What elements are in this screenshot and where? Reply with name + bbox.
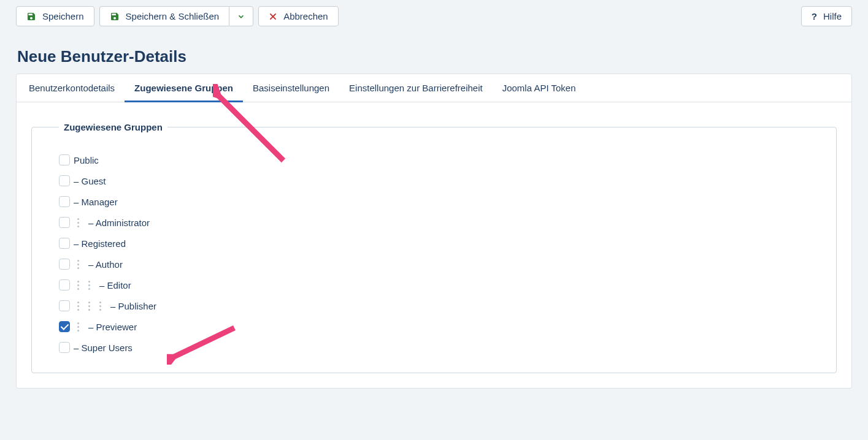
group-list: Public– Guest– Manager– Administrator– R… xyxy=(47,150,821,358)
group-label-wrap: – Author xyxy=(72,259,123,270)
save-dropdown-toggle[interactable] xyxy=(229,6,253,26)
help-label: Hilfe xyxy=(823,11,842,21)
cancel-label: Abbrechen xyxy=(283,11,328,21)
main-toolbar: Speichern Speichern & Schließen Abbreche… xyxy=(0,0,868,47)
group-row: – Editor xyxy=(47,275,821,295)
group-checkbox[interactable] xyxy=(59,175,70,186)
group-label[interactable]: – Administrator xyxy=(88,218,150,228)
tab-bar: BenutzerkontodetailsZugewiesene GruppenB… xyxy=(17,74,851,102)
save-close-button[interactable]: Speichern & Schließen xyxy=(99,6,229,26)
chevron-down-icon xyxy=(237,12,245,21)
group-label-wrap: – Previewer xyxy=(72,322,137,332)
group-checkbox[interactable] xyxy=(59,300,70,311)
group-label[interactable]: – Guest xyxy=(74,176,106,186)
tree-indent-dots-icon xyxy=(99,302,102,311)
group-label[interactable]: – Registered xyxy=(74,238,126,249)
group-row: – Manager xyxy=(47,191,821,212)
group-label-wrap: Public xyxy=(72,155,99,165)
tab-groups[interactable]: Zugewiesene Gruppen xyxy=(125,74,243,102)
tree-indent-dots-icon xyxy=(77,260,80,269)
group-label[interactable]: – Publisher xyxy=(110,301,156,311)
group-label[interactable]: – Previewer xyxy=(88,322,137,332)
tab-content-groups: Zugewiesene Gruppen Public– Guest– Manag… xyxy=(17,102,851,388)
group-row: – Author xyxy=(47,254,821,275)
cancel-button[interactable]: Abbrechen xyxy=(258,6,339,26)
group-row: – Administrator xyxy=(47,212,821,233)
group-row: – Super Users xyxy=(47,337,821,358)
group-checkbox[interactable] xyxy=(59,217,70,228)
group-checkbox[interactable] xyxy=(59,279,70,290)
tree-indent-dots-icon xyxy=(77,302,80,311)
tree-indent-dots-icon xyxy=(77,281,80,290)
group-label[interactable]: – Super Users xyxy=(74,343,133,353)
tree-indent-dots-icon xyxy=(77,322,80,332)
group-label-wrap: – Publisher xyxy=(72,301,156,311)
tab-a11y[interactable]: Einstellungen zur Barrierefreiheit xyxy=(339,74,493,102)
group-row: Public xyxy=(47,150,821,170)
group-label-wrap: – Administrator xyxy=(72,218,150,228)
group-label-wrap: – Manager xyxy=(72,197,118,207)
save-icon xyxy=(110,12,120,21)
fieldset-legend: Zugewiesene Gruppen xyxy=(59,122,167,132)
tree-indent-dots-icon xyxy=(88,281,91,290)
save-close-label: Speichern & Schließen xyxy=(126,11,220,21)
group-label-wrap: – Guest xyxy=(72,176,106,186)
cancel-icon xyxy=(269,12,277,21)
group-row: – Guest xyxy=(47,170,821,191)
groups-fieldset: Zugewiesene Gruppen Public– Guest– Manag… xyxy=(31,122,837,373)
group-checkbox[interactable] xyxy=(59,154,70,165)
group-label[interactable]: – Manager xyxy=(74,197,118,207)
save-icon xyxy=(26,12,36,21)
tab-container: BenutzerkontodetailsZugewiesene GruppenB… xyxy=(16,74,852,389)
tree-indent-dots-icon xyxy=(77,218,80,227)
group-label-wrap: – Registered xyxy=(72,238,126,249)
group-checkbox[interactable] xyxy=(59,321,70,332)
help-icon: ? xyxy=(812,11,817,21)
group-label-wrap: – Editor xyxy=(72,280,131,290)
group-label[interactable]: – Author xyxy=(88,259,123,270)
save-label: Speichern xyxy=(42,11,84,21)
group-row: – Registered xyxy=(47,233,821,254)
tab-account[interactable]: Benutzerkontodetails xyxy=(19,74,125,102)
tab-api[interactable]: Joomla API Token xyxy=(493,74,586,102)
group-checkbox[interactable] xyxy=(59,259,70,270)
group-label[interactable]: Public xyxy=(74,155,99,165)
tab-basic[interactable]: Basiseinstellungen xyxy=(243,74,339,102)
group-row: – Previewer xyxy=(47,316,821,337)
group-label-wrap: – Super Users xyxy=(72,343,133,353)
group-label[interactable]: – Editor xyxy=(99,280,131,290)
group-checkbox[interactable] xyxy=(59,342,70,353)
group-checkbox[interactable] xyxy=(59,196,70,207)
help-button[interactable]: ? Hilfe xyxy=(801,6,852,26)
page-title: Neue Benutzer-Details xyxy=(0,47,868,74)
group-row: – Publisher xyxy=(47,295,821,316)
save-close-group: Speichern & Schließen xyxy=(99,6,254,26)
group-checkbox[interactable] xyxy=(59,238,70,249)
save-button[interactable]: Speichern xyxy=(16,6,94,26)
tree-indent-dots-icon xyxy=(88,302,91,311)
